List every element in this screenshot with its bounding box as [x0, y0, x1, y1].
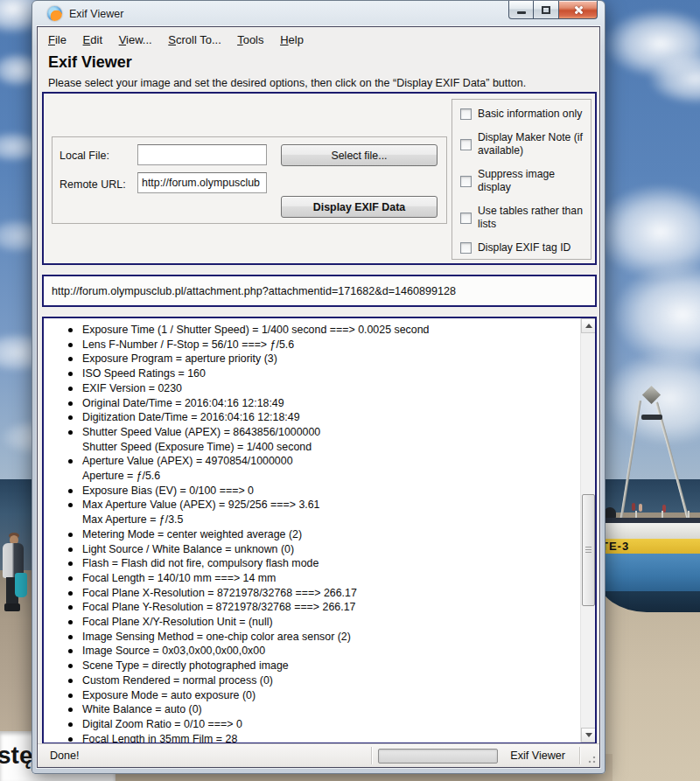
- menu-bar: File Edit View... Scroll To... Tools Hel…: [38, 27, 599, 51]
- swimmer: [632, 503, 635, 511]
- attachment-url: http://forum.olympusclub.pl/attachment.p…: [44, 285, 456, 297]
- bullet-icon: [68, 328, 73, 332]
- list-item: Light Source / White Balance = unknown (…: [44, 542, 579, 557]
- close-icon: [573, 5, 583, 15]
- list-item: White Balance = auto (0): [44, 702, 579, 717]
- arrow-up-icon: [585, 324, 592, 328]
- instructions-text: Please select your image and set the des…: [48, 77, 599, 89]
- page-title: Exif Viewer: [48, 53, 599, 72]
- exif-results-panel: Exposure Time (1 / Shutter Speed) = 1/40…: [42, 317, 597, 744]
- swimmer: [639, 504, 642, 512]
- resize-grip-icon[interactable]: [586, 754, 597, 764]
- checkbox[interactable]: [460, 139, 472, 150]
- bullet-icon: [68, 489, 73, 493]
- menu-item[interactable]: Scroll To...: [168, 33, 220, 46]
- checkbox[interactable]: [460, 176, 472, 187]
- bullet-icon: [68, 679, 73, 683]
- list-item: Focal Plane X-Resolution = 8721978/32768…: [44, 586, 579, 601]
- url-panel: http://forum.olympusclub.pl/attachment.p…: [42, 275, 597, 307]
- statusbar-separator: [371, 747, 373, 764]
- list-item: Exposure Program = aperture priority (3): [44, 352, 579, 366]
- boat-hull-blue: [598, 554, 700, 591]
- list-item: Digitization Date/Time = 2016:04:16 12:1…: [44, 410, 579, 425]
- list-item: Focal Length in 35mm Film = 28: [44, 732, 579, 743]
- select-file-button[interactable]: Select file...: [281, 144, 438, 166]
- statusbar-separator: [579, 747, 581, 764]
- bullet-icon: [68, 649, 73, 653]
- bullet-icon: [68, 561, 73, 566]
- bullet-icon: [68, 387, 73, 391]
- file-form: Local File: Select file... Remote URL: D…: [52, 136, 447, 224]
- menu-item[interactable]: Tools: [237, 33, 263, 46]
- client-area: File Edit View... Scroll To... Tools Hel…: [37, 26, 600, 768]
- maximize-button[interactable]: [534, 1, 559, 19]
- checkbox-row[interactable]: Use tables rather than lists: [460, 205, 591, 232]
- progress-bar: [378, 749, 498, 764]
- bullet-icon: [68, 737, 73, 742]
- list-item: Metering Mode = center weighted average …: [44, 527, 579, 542]
- maximize-icon: [542, 6, 550, 14]
- list-item: Custom Rendered = normal process (0): [44, 673, 579, 688]
- local-file-input[interactable]: [137, 144, 267, 165]
- checkbox-row[interactable]: Display EXIF tag ID: [460, 241, 591, 255]
- title-bar[interactable]: Exif Viewer: [32, 1, 605, 26]
- menu-item[interactable]: Help: [280, 33, 304, 46]
- exif-list-viewport: Exposure Time (1 / Shutter Speed) = 1/40…: [44, 323, 579, 743]
- display-exif-data-button[interactable]: Display EXIF Data: [281, 196, 438, 218]
- list-item: Scene Type = directly photographed image: [44, 659, 579, 673]
- bullet-icon: [68, 415, 73, 420]
- bullet-icon: [68, 503, 73, 507]
- minimize-icon: [517, 11, 526, 14]
- list-item: Max Aperture Value (APEX) = 925/256 ===>…: [44, 498, 579, 526]
- bullet-icon: [68, 708, 73, 712]
- list-item: ISO Speed Ratings = 160: [44, 366, 579, 381]
- bullet-icon: [68, 357, 73, 361]
- list-item: Flash = Flash did not fire, compulsory f…: [44, 556, 579, 571]
- screenshot-root: TE-3 stępn Exif Viewer: [0, 0, 700, 781]
- list-item: Image Sensing Method = one-chip color ar…: [44, 630, 579, 645]
- menu-item[interactable]: File: [48, 33, 66, 46]
- vertical-scrollbar[interactable]: [580, 318, 595, 743]
- scroll-up-button[interactable]: [581, 318, 596, 333]
- status-bar: Done! Exif Viewer: [38, 743, 599, 767]
- checkbox-label: Suppress image display: [478, 168, 588, 195]
- checkbox-row[interactable]: Suppress image display: [460, 168, 591, 195]
- exif-list: Exposure Time (1 / Shutter Speed) = 1/40…: [44, 323, 579, 743]
- status-text: Done!: [50, 750, 80, 762]
- scroll-down-button[interactable]: [581, 728, 596, 743]
- minimize-button[interactable]: [508, 1, 534, 19]
- bullet-icon: [68, 430, 73, 435]
- bullet-icon: [68, 343, 73, 347]
- menu-item[interactable]: Edit: [83, 33, 102, 46]
- bullet-icon: [68, 401, 73, 406]
- exif-viewer-window: Exif Viewer File Edit View... Scroll To.…: [32, 0, 606, 774]
- caption-buttons: [508, 1, 598, 19]
- checkbox[interactable]: [460, 242, 472, 254]
- checkbox-row[interactable]: Display Maker Note (if available): [460, 131, 591, 158]
- checkbox[interactable]: [460, 108, 472, 120]
- list-item: EXIF Version = 0230: [44, 381, 579, 396]
- walker-bag: [15, 573, 27, 597]
- list-item: Digital Zoom Ratio = 0/10 ===> 0: [44, 717, 579, 732]
- mast-lights: [641, 415, 662, 420]
- checkbox[interactable]: [460, 213, 472, 224]
- checkbox-label: Basic information only: [478, 108, 588, 122]
- checkbox-row[interactable]: Basic information only: [460, 108, 591, 122]
- bullet-icon: [68, 620, 73, 624]
- scrollbar-thumb[interactable]: [582, 494, 595, 606]
- walker-boots: [4, 603, 20, 611]
- remote-url-input[interactable]: [137, 172, 267, 193]
- checkbox-label: Use tables rather than lists: [478, 205, 588, 232]
- remote-url-label: Remote URL:: [60, 178, 126, 191]
- bullet-icon: [68, 635, 73, 639]
- bullet-icon: [68, 459, 73, 464]
- list-item: Exposure Mode = auto exposure (0): [44, 688, 579, 703]
- list-item: Lens F-Number / F-Stop = 56/10 ===> ƒ/5.…: [44, 338, 579, 352]
- list-item: Focal Plane X/Y-Resolution Unit = (null): [44, 615, 579, 630]
- local-file-label: Local File:: [60, 150, 109, 162]
- close-button[interactable]: [559, 1, 598, 19]
- menu-item[interactable]: View...: [119, 33, 152, 46]
- bullet-icon: [68, 605, 73, 610]
- bullet-icon: [68, 664, 73, 668]
- checkbox-label: Display EXIF tag ID: [478, 241, 588, 255]
